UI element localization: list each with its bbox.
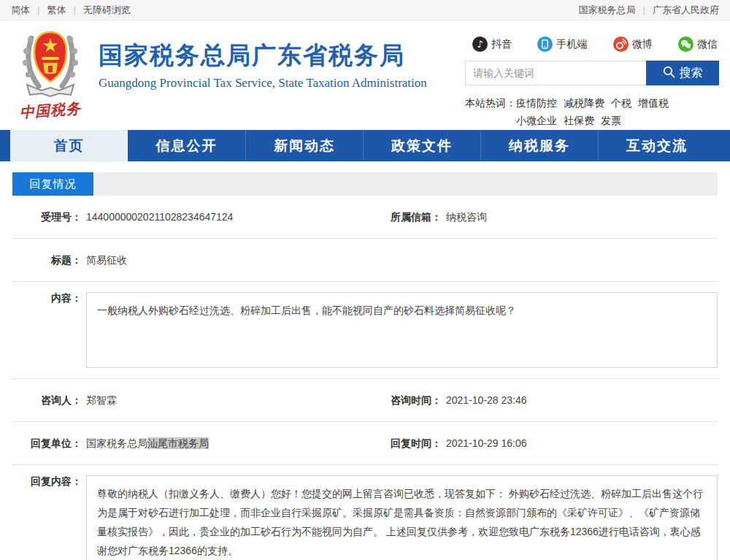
accept-no-value: 14400000020211028234647124	[86, 211, 233, 224]
divider: |	[37, 4, 39, 15]
consult-time-value: 2021-10-28 23:46	[446, 394, 527, 407]
row-consultant: 咨询人： 郑智霖 咨询时间： 2021-10-28 23:46	[12, 379, 718, 422]
main-navigation: 首页 信息公开 新闻动态 政策文件 纳税服务 互动交流	[0, 130, 730, 161]
search-icon	[663, 66, 675, 81]
title-label: 标题：	[12, 254, 82, 267]
hotwords-list: 疫情防控 减税降费 个税 增值税 小微企业 社保费 发票	[516, 94, 715, 129]
hotword-link[interactable]: 社保费	[564, 112, 594, 129]
nav-item-information-disclosure[interactable]: 信息公开	[128, 130, 245, 161]
link-accessibility[interactable]: 无障碍浏览	[83, 4, 131, 17]
hotword-link[interactable]: 增值税	[638, 94, 669, 112]
site-logo[interactable]: 中国税务	[11, 29, 90, 130]
svg-text:♪: ♪	[477, 39, 483, 50]
hotword-link[interactable]: 发票	[601, 112, 621, 129]
inquiry-detail: 受理号： 14400000020211028234647124 所属信箱： 纳税…	[12, 196, 718, 560]
reply-unit-label: 回复单位：	[12, 437, 82, 450]
weibo-icon	[613, 37, 629, 52]
divider: |	[73, 4, 75, 15]
link-state-taxation-administration[interactable]: 国家税务总局	[579, 4, 636, 17]
mailbox-label: 所属信箱：	[372, 211, 442, 224]
reply-unit-prefix: 国家税务总局	[86, 437, 147, 449]
nav-item-interaction[interactable]: 互动交流	[598, 130, 715, 161]
reply-time-value: 2021-10-29 16:06	[446, 437, 527, 450]
row-accept-no: 受理号： 14400000020211028234647124 所属信箱： 纳税…	[12, 196, 718, 239]
hotword-link[interactable]: 小微企业	[516, 112, 557, 129]
tab-reply-status[interactable]: 回复情况	[12, 172, 93, 196]
reply-unit-highlighted: 汕尾市税务局	[147, 437, 209, 449]
row-reply-unit: 回复单位： 国家税务总局汕尾市税务局 回复时间： 2021-10-29 16:0…	[12, 422, 718, 465]
mailbox-value: 纳税咨询	[446, 211, 487, 224]
reply-tab-strip: 回复情况	[12, 172, 718, 196]
content-box: 一般纳税人外购砂石经过洗选、粉碎加工后出售，能不能视同自产的砂石料选择简易征收呢…	[86, 292, 718, 368]
consultant-value: 郑智霖	[86, 394, 117, 407]
content-label: 内容：	[12, 292, 82, 368]
weibo-link[interactable]: 微博	[613, 37, 653, 52]
douyin-link[interactable]: ♪ 抖音	[472, 37, 512, 52]
consult-time-label: 咨询时间：	[372, 394, 442, 407]
douyin-label: 抖音	[491, 38, 512, 51]
nav-item-policy-documents[interactable]: 政策文件	[363, 130, 480, 161]
wechat-link[interactable]: 微信	[678, 37, 718, 52]
site-title-block: 国家税务总局广东省税务局 Guangdong Provincial Tax Se…	[90, 29, 465, 130]
search-input[interactable]	[465, 61, 646, 85]
hotword-link[interactable]: 个税	[611, 94, 631, 112]
douyin-icon: ♪	[472, 37, 488, 52]
row-title: 标题： 简易征收	[12, 239, 718, 282]
link-guangdong-government[interactable]: 广东省人民政府	[653, 4, 719, 17]
site-title: 国家税务总局广东省税务局	[99, 41, 465, 70]
site-header: 中国税务 国家税务总局广东省税务局 Guangdong Provincial T…	[0, 20, 730, 130]
taxation-emblem-icon	[17, 29, 84, 104]
header-right-panel: ♪ 抖音 手机端 微博	[465, 29, 719, 130]
mobile-label: 手机端	[556, 38, 587, 51]
reply-time-label: 回复时间：	[372, 437, 442, 450]
search-button-label: 搜索	[680, 66, 703, 81]
row-reply-content: 回复内容： 尊敬的纳税人（扣缴义务人、缴费人）您好！您提交的网上留言咨询已收悉，…	[12, 465, 718, 560]
site-subtitle-english: Guangdong Provincial Tax Service, State …	[99, 76, 465, 91]
hotwords-row: 本站热词： 疫情防控 减税降费 个税 增值税 小微企业 社保费 发票	[465, 94, 719, 129]
weibo-label: 微博	[632, 38, 653, 51]
nav-item-news[interactable]: 新闻动态	[245, 130, 363, 161]
topbar-right-links: 国家税务总局 | 广东省人民政府	[579, 4, 719, 17]
wechat-label: 微信	[697, 38, 718, 51]
hotword-link[interactable]: 疫情防控	[516, 94, 557, 112]
reply-unit-value: 国家税务总局汕尾市税务局	[86, 437, 209, 450]
mobile-link[interactable]: 手机端	[537, 37, 587, 52]
divider: |	[643, 4, 645, 15]
social-links-row: ♪ 抖音 手机端 微博	[465, 34, 719, 61]
link-simplified-chinese[interactable]: 简体	[11, 4, 30, 17]
hotword-link[interactable]: 减税降费	[564, 94, 604, 112]
reply-content-label: 回复内容：	[12, 475, 82, 560]
mobile-icon	[537, 37, 553, 52]
search-bar: 搜索	[465, 61, 719, 85]
hotwords-label: 本站热词：	[465, 94, 516, 129]
row-content: 内容： 一般纳税人外购砂石经过洗选、粉碎加工后出售，能不能视同自产的砂石料选择简…	[12, 282, 718, 379]
wechat-icon	[678, 37, 694, 52]
top-utility-bar: 简体 | 繁体 | 无障碍浏览 国家税务总局 | 广东省人民政府	[0, 0, 730, 20]
consultant-label: 咨询人：	[12, 394, 82, 407]
logo-calligraphy-text: 中国税务	[19, 99, 82, 123]
link-traditional-chinese[interactable]: 繁体	[47, 4, 66, 17]
topbar-left-links: 简体 | 繁体 | 无障碍浏览	[11, 4, 131, 17]
accept-no-label: 受理号：	[12, 211, 82, 224]
title-value: 简易征收	[86, 254, 127, 267]
reply-content-box: 尊敬的纳税人（扣缴义务人、缴费人）您好！您提交的网上留言咨询已收悉，现答复如下：…	[86, 475, 718, 560]
nav-item-tax-services[interactable]: 纳税服务	[480, 130, 598, 161]
search-button[interactable]: 搜索	[646, 61, 719, 85]
nav-item-home[interactable]: 首页	[10, 130, 128, 161]
